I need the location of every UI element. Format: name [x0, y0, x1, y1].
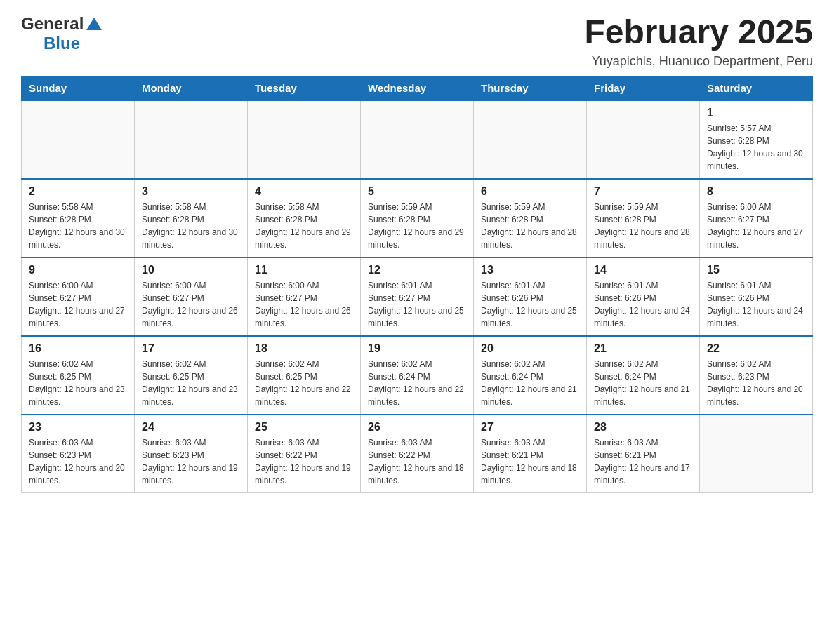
calendar-week-row: 9Sunrise: 6:00 AMSunset: 6:27 PMDaylight… — [22, 257, 813, 336]
day-info: Sunrise: 6:00 AMSunset: 6:27 PMDaylight:… — [29, 279, 127, 330]
page-header: General Blue February 2025 Yuyapichis, H… — [21, 14, 813, 69]
day-info: Sunrise: 5:59 AMSunset: 6:28 PMDaylight:… — [368, 201, 466, 251]
table-row: 27Sunrise: 6:03 AMSunset: 6:21 PMDayligh… — [474, 415, 587, 493]
table-row: 15Sunrise: 6:01 AMSunset: 6:26 PMDayligh… — [700, 257, 813, 336]
day-info: Sunrise: 6:02 AMSunset: 6:25 PMDaylight:… — [142, 358, 240, 408]
calendar-header-row: Sunday Monday Tuesday Wednesday Thursday… — [22, 76, 813, 100]
table-row: 23Sunrise: 6:03 AMSunset: 6:23 PMDayligh… — [22, 415, 135, 493]
day-number: 21 — [594, 342, 692, 355]
day-info: Sunrise: 6:02 AMSunset: 6:25 PMDaylight:… — [255, 358, 353, 408]
day-info: Sunrise: 6:01 AMSunset: 6:26 PMDaylight:… — [594, 279, 692, 330]
day-info: Sunrise: 6:00 AMSunset: 6:27 PMDaylight:… — [255, 279, 353, 330]
day-info: Sunrise: 6:03 AMSunset: 6:21 PMDaylight:… — [481, 436, 579, 487]
col-sunday: Sunday — [22, 76, 135, 100]
day-info: Sunrise: 6:01 AMSunset: 6:26 PMDaylight:… — [707, 279, 805, 330]
day-number: 15 — [707, 264, 805, 276]
day-info: Sunrise: 6:02 AMSunset: 6:24 PMDaylight:… — [594, 358, 692, 408]
svg-marker-0 — [86, 18, 102, 30]
calendar-table: Sunday Monday Tuesday Wednesday Thursday… — [21, 76, 813, 493]
day-info: Sunrise: 6:00 AMSunset: 6:27 PMDaylight:… — [142, 279, 240, 330]
col-friday: Friday — [587, 76, 700, 100]
day-info: Sunrise: 5:58 AMSunset: 6:28 PMDaylight:… — [255, 201, 353, 251]
day-info: Sunrise: 6:00 AMSunset: 6:27 PMDaylight:… — [707, 201, 805, 251]
day-number: 19 — [368, 342, 466, 355]
table-row — [135, 100, 248, 179]
day-info: Sunrise: 5:58 AMSunset: 6:28 PMDaylight:… — [142, 201, 240, 251]
table-row — [474, 100, 587, 179]
logo: General Blue — [21, 14, 103, 53]
table-row — [587, 100, 700, 179]
day-number: 13 — [481, 264, 579, 276]
day-number: 17 — [142, 342, 240, 355]
day-info: Sunrise: 6:02 AMSunset: 6:24 PMDaylight:… — [481, 358, 579, 408]
logo-triangle-icon — [85, 15, 103, 33]
table-row: 16Sunrise: 6:02 AMSunset: 6:25 PMDayligh… — [22, 336, 135, 415]
table-row: 7Sunrise: 5:59 AMSunset: 6:28 PMDaylight… — [587, 179, 700, 257]
day-number: 3 — [142, 185, 240, 198]
month-title: February 2025 — [584, 14, 813, 51]
col-wednesday: Wednesday — [361, 76, 474, 100]
day-number: 1 — [707, 107, 805, 119]
table-row: 6Sunrise: 5:59 AMSunset: 6:28 PMDaylight… — [474, 179, 587, 257]
table-row: 2Sunrise: 5:58 AMSunset: 6:28 PMDaylight… — [22, 179, 135, 257]
day-info: Sunrise: 6:02 AMSunset: 6:23 PMDaylight:… — [707, 358, 805, 408]
table-row: 24Sunrise: 6:03 AMSunset: 6:23 PMDayligh… — [135, 415, 248, 493]
col-tuesday: Tuesday — [248, 76, 361, 100]
table-row: 3Sunrise: 5:58 AMSunset: 6:28 PMDaylight… — [135, 179, 248, 257]
table-row: 9Sunrise: 6:00 AMSunset: 6:27 PMDaylight… — [22, 257, 135, 336]
table-row: 17Sunrise: 6:02 AMSunset: 6:25 PMDayligh… — [135, 336, 248, 415]
day-info: Sunrise: 6:03 AMSunset: 6:23 PMDaylight:… — [142, 436, 240, 487]
table-row — [361, 100, 474, 179]
day-number: 5 — [368, 185, 466, 198]
table-row: 1Sunrise: 5:57 AMSunset: 6:28 PMDaylight… — [700, 100, 813, 179]
day-number: 4 — [255, 185, 353, 198]
logo-blue-text: Blue — [44, 34, 80, 53]
day-info: Sunrise: 5:57 AMSunset: 6:28 PMDaylight:… — [707, 122, 805, 173]
day-number: 9 — [29, 264, 127, 276]
day-info: Sunrise: 6:01 AMSunset: 6:26 PMDaylight:… — [481, 279, 579, 330]
table-row: 14Sunrise: 6:01 AMSunset: 6:26 PMDayligh… — [587, 257, 700, 336]
day-info: Sunrise: 5:59 AMSunset: 6:28 PMDaylight:… — [481, 201, 579, 251]
day-info: Sunrise: 6:03 AMSunset: 6:22 PMDaylight:… — [368, 436, 466, 487]
table-row: 26Sunrise: 6:03 AMSunset: 6:22 PMDayligh… — [361, 415, 474, 493]
day-number: 22 — [707, 342, 805, 355]
table-row — [248, 100, 361, 179]
col-saturday: Saturday — [700, 76, 813, 100]
day-number: 2 — [29, 185, 127, 198]
title-area: February 2025 Yuyapichis, Huanuco Depart… — [584, 14, 813, 69]
day-number: 25 — [255, 421, 353, 434]
day-number: 16 — [29, 342, 127, 355]
day-number: 23 — [29, 421, 127, 434]
calendar-week-row: 16Sunrise: 6:02 AMSunset: 6:25 PMDayligh… — [22, 336, 813, 415]
day-number: 18 — [255, 342, 353, 355]
day-number: 10 — [142, 264, 240, 276]
calendar-week-row: 2Sunrise: 5:58 AMSunset: 6:28 PMDaylight… — [22, 179, 813, 257]
table-row: 5Sunrise: 5:59 AMSunset: 6:28 PMDaylight… — [361, 179, 474, 257]
table-row: 8Sunrise: 6:00 AMSunset: 6:27 PMDaylight… — [700, 179, 813, 257]
table-row: 22Sunrise: 6:02 AMSunset: 6:23 PMDayligh… — [700, 336, 813, 415]
day-number: 27 — [481, 421, 579, 434]
table-row: 4Sunrise: 5:58 AMSunset: 6:28 PMDaylight… — [248, 179, 361, 257]
day-number: 26 — [368, 421, 466, 434]
day-number: 11 — [255, 264, 353, 276]
day-number: 12 — [368, 264, 466, 276]
table-row: 10Sunrise: 6:00 AMSunset: 6:27 PMDayligh… — [135, 257, 248, 336]
day-info: Sunrise: 6:02 AMSunset: 6:25 PMDaylight:… — [29, 358, 127, 408]
day-info: Sunrise: 6:03 AMSunset: 6:23 PMDaylight:… — [29, 436, 127, 487]
day-number: 20 — [481, 342, 579, 355]
table-row: 25Sunrise: 6:03 AMSunset: 6:22 PMDayligh… — [248, 415, 361, 493]
table-row: 18Sunrise: 6:02 AMSunset: 6:25 PMDayligh… — [248, 336, 361, 415]
day-info: Sunrise: 6:02 AMSunset: 6:24 PMDaylight:… — [368, 358, 466, 408]
col-thursday: Thursday — [474, 76, 587, 100]
day-info: Sunrise: 5:58 AMSunset: 6:28 PMDaylight:… — [29, 201, 127, 251]
day-info: Sunrise: 6:01 AMSunset: 6:27 PMDaylight:… — [368, 279, 466, 330]
calendar-week-row: 23Sunrise: 6:03 AMSunset: 6:23 PMDayligh… — [22, 415, 813, 493]
table-row: 21Sunrise: 6:02 AMSunset: 6:24 PMDayligh… — [587, 336, 700, 415]
table-row: 20Sunrise: 6:02 AMSunset: 6:24 PMDayligh… — [474, 336, 587, 415]
day-number: 8 — [707, 185, 805, 198]
table-row: 12Sunrise: 6:01 AMSunset: 6:27 PMDayligh… — [361, 257, 474, 336]
day-number: 28 — [594, 421, 692, 434]
table-row: 13Sunrise: 6:01 AMSunset: 6:26 PMDayligh… — [474, 257, 587, 336]
day-info: Sunrise: 6:03 AMSunset: 6:22 PMDaylight:… — [255, 436, 353, 487]
logo-general-text: General — [21, 14, 84, 34]
